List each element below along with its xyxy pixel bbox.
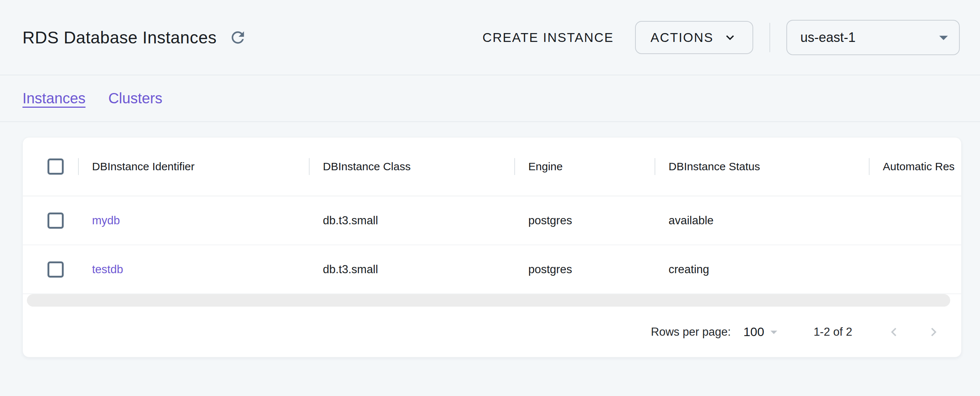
tab-instances[interactable]: Instances bbox=[22, 90, 86, 107]
column-header-label: DBInstance Class bbox=[323, 160, 410, 173]
title-area: RDS Database Instances bbox=[22, 27, 248, 48]
column-header-label: DBInstance Status bbox=[668, 160, 760, 173]
row-checkbox[interactable] bbox=[48, 261, 64, 277]
refresh-button[interactable] bbox=[227, 27, 248, 48]
tab-clusters[interactable]: Clusters bbox=[108, 90, 162, 107]
tab-bar: Instances Clusters bbox=[0, 75, 980, 122]
rows-per-page-select[interactable]: 100 bbox=[743, 324, 782, 340]
dropdown-caret-icon bbox=[933, 27, 954, 48]
instance-link[interactable]: mydb bbox=[92, 214, 120, 227]
cell-automatic-restart bbox=[869, 196, 961, 244]
cell-engine: postgres bbox=[514, 196, 655, 244]
actions-dropdown-button[interactable]: ACTIONS bbox=[635, 21, 753, 54]
rows-per-page-value: 100 bbox=[743, 325, 764, 339]
main-content: DBInstance Identifier DBInstance Class E… bbox=[0, 122, 980, 357]
app-root: RDS Database Instances CREATE INSTANCE A… bbox=[0, 0, 980, 396]
dropdown-caret-icon bbox=[766, 324, 782, 340]
column-header-class: DBInstance Class bbox=[309, 138, 514, 196]
table-row: testdb db.t3.small postgres creating bbox=[23, 245, 961, 294]
chevron-right-icon bbox=[925, 323, 942, 341]
page-title: RDS Database Instances bbox=[22, 28, 217, 48]
chevron-left-icon bbox=[885, 323, 902, 341]
column-header-automatic-restart: Automatic Res bbox=[869, 138, 961, 196]
cell-class: db.t3.small bbox=[309, 245, 514, 293]
region-select[interactable]: us-east-1 bbox=[786, 20, 960, 55]
pagination-range: 1-2 of 2 bbox=[814, 325, 852, 339]
refresh-icon bbox=[229, 28, 247, 47]
toolbar-divider bbox=[769, 23, 770, 52]
instance-link[interactable]: testdb bbox=[92, 263, 123, 276]
create-instance-button[interactable]: CREATE INSTANCE bbox=[483, 30, 614, 45]
chevron-down-icon bbox=[722, 30, 738, 45]
column-separator bbox=[78, 158, 79, 175]
row-select-cell bbox=[23, 245, 78, 293]
instances-table-card: DBInstance Identifier DBInstance Class E… bbox=[22, 137, 962, 357]
column-separator bbox=[869, 158, 870, 175]
select-all-cell bbox=[23, 138, 78, 196]
region-value: us-east-1 bbox=[800, 30, 856, 45]
column-separator bbox=[514, 158, 515, 175]
column-header-label: Engine bbox=[528, 160, 563, 173]
column-header-identifier: DBInstance Identifier bbox=[78, 138, 309, 196]
cell-status: available bbox=[655, 196, 869, 244]
cell-class: db.t3.small bbox=[309, 196, 514, 244]
row-checkbox[interactable] bbox=[48, 212, 64, 229]
column-separator bbox=[655, 158, 655, 175]
column-header-label: DBInstance Identifier bbox=[92, 160, 194, 173]
column-separator bbox=[309, 158, 310, 175]
cell-automatic-restart bbox=[869, 245, 961, 293]
cell-identifier: mydb bbox=[78, 196, 309, 244]
page-header: RDS Database Instances CREATE INSTANCE A… bbox=[0, 0, 980, 75]
horizontal-scrollbar[interactable] bbox=[27, 294, 950, 307]
row-select-cell bbox=[23, 196, 78, 244]
pagination-bar: Rows per page: 100 1-2 of 2 bbox=[23, 307, 961, 357]
column-header-engine: Engine bbox=[514, 138, 655, 196]
select-all-checkbox[interactable] bbox=[48, 158, 64, 175]
column-header-status: DBInstance Status bbox=[655, 138, 869, 196]
cell-engine: postgres bbox=[514, 245, 655, 293]
actions-label: ACTIONS bbox=[651, 30, 713, 45]
column-header-label: Automatic Res bbox=[883, 160, 955, 173]
next-page-button[interactable] bbox=[925, 323, 942, 341]
cell-status: creating bbox=[655, 245, 869, 293]
previous-page-button[interactable] bbox=[885, 323, 902, 341]
table-row: mydb db.t3.small postgres available bbox=[23, 196, 961, 245]
cell-identifier: testdb bbox=[78, 245, 309, 293]
toolbar-actions: CREATE INSTANCE ACTIONS us-east-1 bbox=[483, 20, 960, 55]
table-header-row: DBInstance Identifier DBInstance Class E… bbox=[23, 138, 961, 196]
rows-per-page-label: Rows per page: bbox=[651, 325, 731, 339]
